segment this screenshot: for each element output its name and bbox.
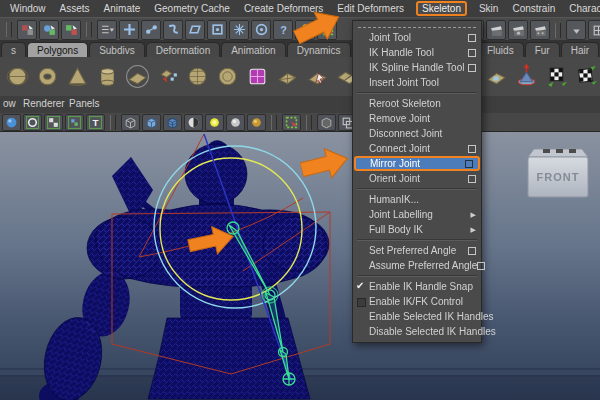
emitter-cone-icon[interactable] xyxy=(513,63,540,90)
option-box-icon[interactable] xyxy=(465,160,473,168)
poly-cylinder-icon[interactable] xyxy=(94,63,121,90)
mask-object-icon[interactable] xyxy=(39,20,59,40)
menu-item-ik-spline-handle-tool[interactable]: IK Spline Handle Tool xyxy=(353,60,481,75)
tab-deformation[interactable]: Deformation xyxy=(146,42,220,57)
menu-tearoff-handle[interactable] xyxy=(358,23,476,28)
menu-item-full-body-ik[interactable]: Full Body IK▶ xyxy=(353,222,481,237)
option-box-icon[interactable] xyxy=(468,175,476,183)
menu-item-enable-ik-fk-control[interactable]: Enable IK/FK Control xyxy=(353,294,481,309)
tab-animation[interactable]: Animation xyxy=(221,42,285,57)
panel-menu-panels[interactable]: Panels xyxy=(69,98,100,109)
poly-scatter-icon[interactable] xyxy=(154,63,181,90)
poly-sphere-smooth-icon[interactable] xyxy=(214,63,241,90)
menu-item-disconnect-joint[interactable]: Disconnect Joint xyxy=(353,126,481,141)
cam-sphere-icon[interactable] xyxy=(2,114,21,131)
subdiv-cube-icon[interactable] xyxy=(244,63,271,90)
menu-edit-deformers[interactable]: Edit Deformers xyxy=(335,2,406,15)
menu-item-mirror-joint[interactable]: Mirror Joint xyxy=(354,156,480,171)
cube-textured-icon[interactable] xyxy=(163,114,182,131)
poly-select-icon[interactable] xyxy=(304,63,331,90)
menu-item-ik-handle-tool[interactable]: IK Handle Tool xyxy=(353,45,481,60)
mask-component-icon[interactable] xyxy=(61,20,81,40)
checker-flag-icon[interactable] xyxy=(543,63,570,90)
selection-combo-icon[interactable] xyxy=(97,20,117,40)
light-c-icon[interactable] xyxy=(247,114,266,131)
poly-plane-blue-icon[interactable] xyxy=(483,63,510,90)
tab-fluids[interactable]: Fluids xyxy=(477,42,524,57)
option-box-icon[interactable] xyxy=(477,262,485,270)
snap-grid-icon[interactable] xyxy=(185,20,205,40)
menu-skeleton[interactable]: Skeleton xyxy=(416,1,467,16)
tab-dynamics[interactable]: Dynamics xyxy=(287,42,351,57)
menu-item-set-preferred-angle[interactable]: Set Preferred Angle xyxy=(353,243,481,258)
clapper-batch-icon[interactable] xyxy=(530,20,550,40)
snap-curve-icon[interactable] xyxy=(163,20,183,40)
tab-hair[interactable]: Hair xyxy=(561,42,599,57)
menu-assets[interactable]: Assets xyxy=(58,2,92,15)
checker-sphere-icon[interactable] xyxy=(184,114,203,131)
poly-cone-icon[interactable] xyxy=(64,63,91,90)
help-icon[interactable]: ? xyxy=(273,20,293,40)
option-box-icon[interactable] xyxy=(468,247,476,255)
light-b-icon[interactable] xyxy=(226,114,245,131)
menu-item-joint-labelling[interactable]: Joint Labelling▶ xyxy=(353,207,481,222)
lock-icon[interactable] xyxy=(295,20,315,40)
snap-star-icon[interactable] xyxy=(229,20,249,40)
menu-item-enable-selected-ik-handles[interactable]: Enable Selected IK Handles xyxy=(353,309,481,324)
clapper-ipr-icon[interactable] xyxy=(508,20,528,40)
highlight-select-icon[interactable] xyxy=(282,114,301,131)
highlight-select-icon[interactable] xyxy=(317,20,337,40)
menu-item-orient-joint[interactable]: Orient Joint xyxy=(353,171,481,186)
view-cube[interactable]: FRONT xyxy=(528,149,588,197)
menu-constrain[interactable]: Constrain xyxy=(510,2,557,15)
film-gate-icon[interactable] xyxy=(65,114,84,131)
option-box-icon[interactable] xyxy=(468,49,476,57)
viewport-canvas[interactable]: FRONT xyxy=(0,132,600,400)
dropdown-arrow-icon[interactable] xyxy=(566,20,586,40)
menu-item-insert-joint-tool[interactable]: Insert Joint Tool xyxy=(353,75,481,90)
tab-s[interactable]: s xyxy=(1,42,26,57)
snap-sphere-icon[interactable] xyxy=(251,20,271,40)
checker-mask-icon[interactable] xyxy=(44,114,63,131)
cube-wire-icon[interactable] xyxy=(121,114,140,131)
poly-plane-icon[interactable] xyxy=(124,63,151,90)
menu-animate[interactable]: Animate xyxy=(102,2,143,15)
menu-create-deformers[interactable]: Create Deformers xyxy=(242,2,325,15)
clapper-render-icon[interactable] xyxy=(486,20,506,40)
poly-torus-icon[interactable] xyxy=(34,63,61,90)
menu-item-assume-preferred-angle[interactable]: Assume Preferred Angle xyxy=(353,258,481,273)
menu-item-connect-joint[interactable]: Connect Joint xyxy=(353,141,481,156)
poly-sphere-wire-icon[interactable] xyxy=(184,63,211,90)
panel-menu-ow[interactable]: ow xyxy=(3,98,16,109)
snap-point-icon[interactable] xyxy=(141,20,161,40)
menu-item-disable-selected-ik-handles[interactable]: Disable Selected IK Handles xyxy=(353,324,481,339)
xray-cube-icon[interactable] xyxy=(317,114,336,131)
menu-character[interactable]: Character xyxy=(567,2,600,15)
viewport[interactable]: FRONT xyxy=(0,131,600,400)
text-hud-icon[interactable]: T xyxy=(86,114,105,131)
checker-flag-2-icon[interactable] xyxy=(573,63,600,90)
mask-hierarchy-icon[interactable] xyxy=(17,20,37,40)
menu-item-humanik[interactable]: HumanIK... xyxy=(353,192,481,207)
light-a-icon[interactable] xyxy=(205,114,224,131)
snap-move-icon[interactable] xyxy=(119,20,139,40)
render-settings-icon[interactable] xyxy=(588,20,600,40)
poly-sphere-icon[interactable] xyxy=(4,63,31,90)
cube-flat-icon[interactable] xyxy=(142,114,161,131)
tab-subdivs[interactable]: Subdivs xyxy=(89,42,145,57)
poly-triangulate-icon[interactable] xyxy=(274,63,301,90)
tab-fur[interactable]: Fur xyxy=(525,42,560,57)
menu-window[interactable]: Window xyxy=(8,2,48,15)
menu-item-remove-joint[interactable]: Remove Joint xyxy=(353,111,481,126)
menu-item-joint-tool[interactable]: Joint Tool xyxy=(353,30,481,45)
option-box-icon[interactable] xyxy=(468,34,476,42)
menu-item-enable-ik-handle-snap[interactable]: ✔Enable IK Handle Snap xyxy=(353,279,481,294)
snap-box-icon[interactable] xyxy=(207,20,227,40)
option-box-icon[interactable] xyxy=(468,64,476,72)
tab-polygons[interactable]: Polygons xyxy=(27,42,88,57)
menu-skin[interactable]: Skin xyxy=(477,2,500,15)
menu-item-reroot-skeleton[interactable]: Reroot Skeleton xyxy=(353,96,481,111)
menu-geometry-cache[interactable]: Geometry Cache xyxy=(152,2,232,15)
option-box-icon[interactable] xyxy=(468,145,476,153)
circle-mask-icon[interactable] xyxy=(23,114,42,131)
